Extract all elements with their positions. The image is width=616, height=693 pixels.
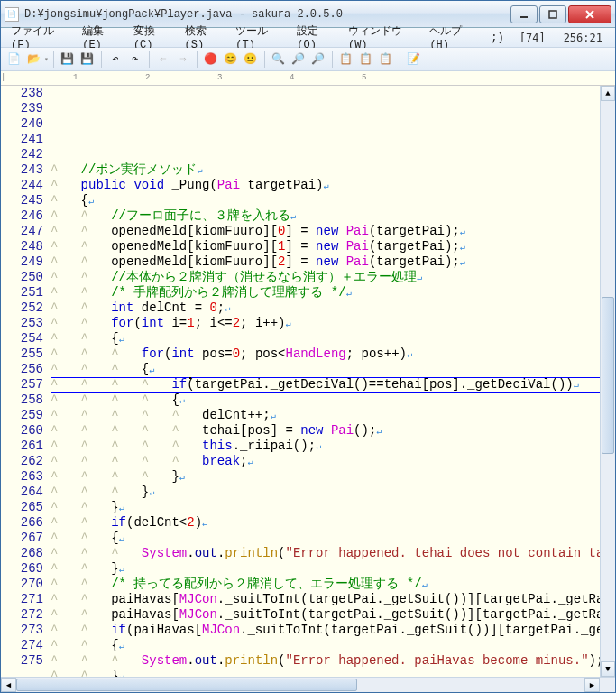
line-number[interactable]: 257 [1, 377, 43, 393]
search-next-button[interactable]: 🔎 [290, 51, 308, 69]
code-line[interactable]: ^ ^ ^ ^ ^ this._riipai();↵ [51, 439, 600, 454]
code-line[interactable]: ^ ^ //フーロ面子に、３牌を入れる↵ [51, 208, 600, 224]
nav-fwd-button[interactable]: ⇒ [174, 51, 192, 69]
hscroll-track[interactable] [16, 678, 584, 692]
line-number[interactable]: 254 [1, 331, 43, 346]
save-button[interactable]: 💾 [59, 51, 77, 69]
line-number[interactable]: 247 [1, 224, 43, 239]
code-line[interactable]: ^ ^ ^ for(int pos=0; pos<HandLeng; pos++… [51, 346, 600, 362]
code-line[interactable]: ^ ^ //本体から２牌消す（消せるなら消す）＋エラー処理↵ [51, 270, 600, 285]
line-number[interactable]: 250 [1, 270, 43, 285]
line-number[interactable]: 275 [1, 653, 43, 669]
line-number[interactable]: 248 [1, 239, 43, 254]
macro-3-button[interactable]: 😐 [242, 51, 260, 69]
code-area[interactable]: ^ //ポン実行メソッド↵^ public void _Pung(Pai tar… [51, 86, 600, 677]
code-line[interactable]: ^ ^ openedMeld[kiomFuuro][1] = new Pai(t… [51, 239, 600, 254]
search-prev-button[interactable]: 🔎 [309, 51, 327, 69]
line-number[interactable]: 268 [1, 546, 43, 561]
redo-button[interactable]: ↷ [126, 51, 144, 69]
line-number[interactable]: 245 [1, 193, 43, 208]
line-number[interactable]: 269 [1, 561, 43, 577]
search-button[interactable]: 🔍 [270, 51, 288, 69]
line-number[interactable]: 249 [1, 254, 43, 270]
line-number[interactable]: 261 [1, 439, 43, 454]
line-gutter[interactable]: 2382392402412422432442452462472482492502… [1, 86, 51, 677]
code-line[interactable]: ^ ^ ^ System.out.println("Error happened… [51, 653, 600, 669]
line-number[interactable]: 258 [1, 393, 43, 408]
open-file-button[interactable]: 📂 [24, 51, 42, 69]
tool-3-button[interactable]: 📋 [377, 51, 395, 69]
scroll-up-button[interactable]: ▲ [601, 86, 615, 101]
save-all-button[interactable]: 💾 [78, 51, 97, 69]
code-line[interactable]: ^ ^ /* 手牌配列から２牌消して理牌する */↵ [51, 285, 600, 300]
code-line[interactable]: ^ ^ {↵ [51, 531, 600, 546]
code-line[interactable]: ^ ^ {↵ [51, 331, 600, 346]
code-line[interactable]: ^ {↵ [51, 193, 600, 208]
vertical-scrollbar[interactable]: ▲ ▼ [600, 86, 615, 677]
code-line[interactable]: ^ ^ paiHavas[MJCon._suitToInt(targetPai.… [51, 592, 600, 607]
code-line[interactable]: ^ ^ }↵ [51, 561, 600, 577]
line-number[interactable]: 244 [1, 178, 43, 193]
hscroll-thumb[interactable] [16, 679, 357, 691]
code-line[interactable]: ^ ^ paiHavas[MJCon._suitToInt(targetPai.… [51, 607, 600, 623]
code-line[interactable]: ^ ^ ^ System.out.println("Error happened… [51, 546, 600, 561]
code-line[interactable]: ^ ^ /* 持ってる配列から２牌消して、エラー処理する */↵ [51, 577, 600, 592]
code-line[interactable]: ^ ^ ^ ^ ^ break;↵ [51, 454, 600, 469]
nav-back-button[interactable]: ⇐ [154, 51, 172, 69]
code-line[interactable]: ^ ^ if(delCnt<2)↵ [51, 515, 600, 531]
line-number[interactable]: 274 [1, 638, 43, 653]
vscroll-thumb[interactable] [602, 297, 614, 454]
line-number[interactable]: 262 [1, 454, 43, 469]
menu-extra[interactable]: ;) [484, 30, 510, 46]
close-button[interactable] [568, 5, 611, 23]
new-file-button[interactable]: 📄 [5, 51, 23, 69]
line-number[interactable]: 259 [1, 408, 43, 423]
line-number[interactable]: 255 [1, 346, 43, 362]
line-number[interactable]: 270 [1, 577, 43, 592]
scroll-down-button[interactable]: ▼ [601, 661, 615, 677]
line-number[interactable]: 243 [1, 162, 43, 178]
line-number[interactable]: 241 [1, 132, 43, 147]
minimize-button[interactable] [510, 5, 538, 23]
horizontal-scrollbar[interactable]: ◀ ▶ [1, 677, 615, 692]
record-macro-button[interactable]: 🔴 [202, 51, 220, 69]
play-macro-button[interactable]: 😊 [222, 51, 240, 69]
code-line[interactable]: ^ ^ }↵ [51, 500, 600, 515]
line-number[interactable]: 266 [1, 515, 43, 531]
line-number[interactable]: 260 [1, 423, 43, 439]
code-line[interactable]: ^ ^ ^ ^ {↵ [51, 393, 600, 408]
undo-button[interactable]: ↶ [106, 51, 124, 69]
code-line[interactable]: ^ ^ int delCnt = 0;↵ [51, 300, 600, 316]
line-number[interactable]: 246 [1, 208, 43, 224]
maximize-button[interactable] [539, 5, 566, 23]
ruler[interactable]: | 1 2 3 4 5 [1, 71, 615, 86]
code-line[interactable]: ^ ^ ^ ^ ^ tehai[pos] = new Pai();↵ [51, 423, 600, 439]
scroll-right-button[interactable]: ▶ [584, 678, 600, 692]
code-line[interactable]: ^ ^ openedMeld[kiomFuuro][2] = new Pai(t… [51, 254, 600, 270]
code-line[interactable]: ^ //ポン実行メソッド↵ [51, 162, 600, 178]
line-number[interactable]: 272 [1, 607, 43, 623]
line-number[interactable]: 263 [1, 469, 43, 485]
code-line[interactable]: ^ ^ {↵ [51, 638, 600, 653]
code-line[interactable]: ^ ^ for(int i=1; i<=2; i++)↵ [51, 316, 600, 331]
line-number[interactable]: 271 [1, 592, 43, 607]
code-line[interactable]: ^ ^ ^ ^ ^ delCnt++;↵ [51, 408, 600, 423]
line-number[interactable]: 239 [1, 101, 43, 116]
code-line[interactable]: ^ ^ openedMeld[kiomFuuro][0] = new Pai(t… [51, 224, 600, 239]
line-number[interactable]: 273 [1, 623, 43, 638]
code-line[interactable]: ^ ^ if(paiHavas[MJCon._suitToInt(targetP… [51, 623, 600, 638]
code-line[interactable]: ^ ^ }↵ [51, 669, 600, 677]
tool-2-button[interactable]: 📋 [357, 51, 375, 69]
settings-button[interactable]: 📝 [405, 51, 423, 69]
code-line[interactable]: ^ ^ ^ {↵ [51, 362, 600, 377]
line-number[interactable]: 251 [1, 285, 43, 300]
line-number[interactable]: 265 [1, 500, 43, 515]
line-number[interactable]: 264 [1, 485, 43, 500]
code-line[interactable]: ^ public void _Pung(Pai targetPai)↵ [51, 178, 600, 193]
code-line[interactable]: ^ ^ ^ ^ if(targetPai._getDeciVal()==teha… [51, 377, 600, 393]
scroll-left-button[interactable]: ◀ [1, 678, 16, 692]
line-number[interactable]: 256 [1, 362, 43, 377]
vscroll-track[interactable] [601, 101, 615, 661]
line-number[interactable]: 238 [1, 86, 43, 101]
tool-1-button[interactable]: 📋 [337, 51, 355, 69]
